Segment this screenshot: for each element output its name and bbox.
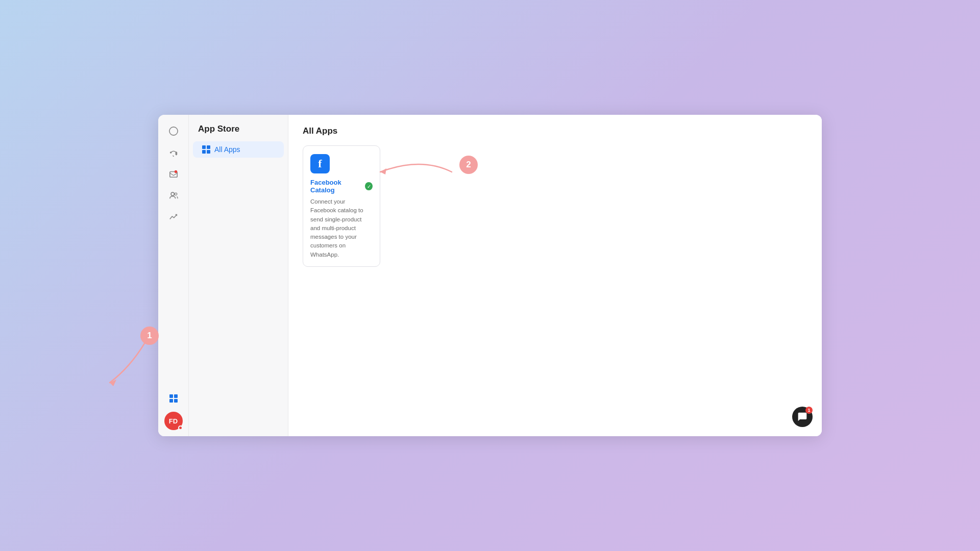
svg-point-5	[171, 192, 174, 195]
verified-check-icon: ✓	[365, 182, 373, 190]
app-card-description: Connect your Facebook catalog to send si…	[310, 197, 373, 259]
nav-appstore[interactable]	[164, 389, 183, 408]
sidebar-title: App Store	[189, 124, 288, 141]
icon-nav: FD	[158, 115, 189, 436]
page-title: All Apps	[303, 126, 807, 136]
svg-rect-4	[174, 170, 177, 173]
facebook-logo: f	[310, 154, 330, 173]
user-avatar[interactable]: FD	[164, 412, 183, 430]
annotation-circle-1: 1	[140, 327, 159, 345]
svg-rect-2	[175, 152, 177, 155]
nav-campaigns[interactable]	[164, 143, 183, 162]
nav-analytics[interactable]	[164, 208, 183, 226]
avatar-status-dot	[178, 425, 183, 430]
chat-widget-button[interactable]: 1	[792, 407, 813, 427]
sidebar-item-label: All Apps	[214, 145, 240, 154]
sidebar: App Store All Apps	[189, 115, 288, 436]
app-card-name-row: Facebook Catalog ✓	[310, 179, 373, 194]
chat-widget-badge: 1	[805, 407, 813, 414]
all-apps-grid-icon	[202, 145, 210, 154]
nav-inbox[interactable]	[164, 165, 183, 183]
apps-grid: f Facebook Catalog ✓ Connect your Facebo…	[303, 145, 807, 267]
svg-marker-8	[110, 380, 116, 386]
main-window: FD App Store All Apps All Apps f	[158, 115, 822, 436]
sidebar-item-all-apps[interactable]: All Apps	[193, 141, 284, 158]
annotation-1-arrow	[100, 337, 166, 393]
app-card-facebook-catalog[interactable]: f Facebook Catalog ✓ Connect your Facebo…	[303, 145, 380, 267]
nav-contacts[interactable]	[164, 186, 183, 205]
svg-point-0	[169, 127, 177, 135]
nav-bottom: FD	[164, 389, 183, 430]
app-card-name: Facebook Catalog	[310, 179, 362, 194]
svg-point-1	[169, 152, 172, 154]
svg-point-6	[175, 193, 177, 195]
nav-home[interactable]	[164, 122, 183, 140]
main-content: All Apps f Facebook Catalog ✓ Connect yo…	[288, 115, 822, 436]
